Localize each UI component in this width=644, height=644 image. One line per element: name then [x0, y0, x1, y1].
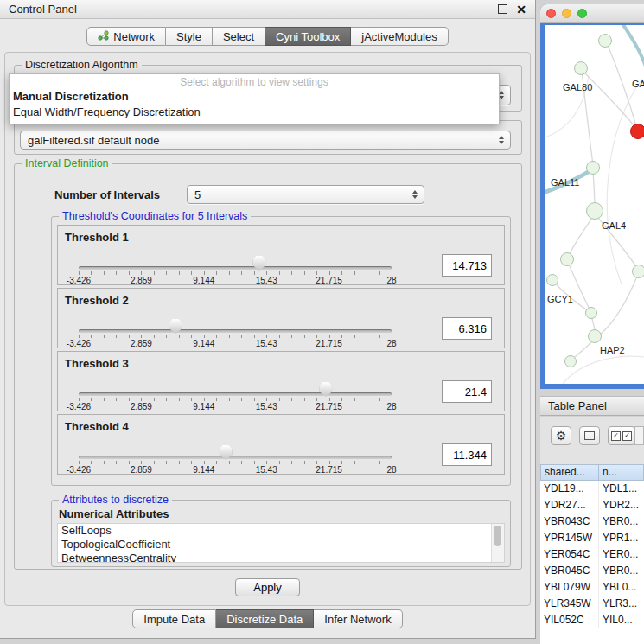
numerical-attributes-label: Numerical Attributes	[59, 507, 169, 520]
slider-track[interactable]	[79, 456, 392, 459]
table-data-combobox-value: galFiltered.sif default node	[28, 134, 159, 147]
threshold-4-value-field[interactable]	[442, 443, 492, 466]
columns-icon[interactable]	[579, 426, 600, 445]
threshold-2-slider[interactable]: -3.4262.8599.14415.4321.71528	[79, 318, 392, 348]
table-row[interactable]: YDL19...YDL1...	[540, 481, 644, 497]
slider-scale-label: -3.426	[67, 276, 91, 285]
network-node[interactable]	[560, 252, 574, 266]
tab-cyni-toolbox[interactable]: Cyni Toolbox	[265, 27, 351, 46]
control-panel-tabs: Network Style Select Cyni Toolbox jActiv…	[0, 27, 535, 46]
attributes-group: Attributes to discretize Numerical Attri…	[51, 500, 511, 567]
list-scrollbar[interactable]	[491, 524, 504, 562]
network-node[interactable]	[588, 329, 602, 343]
network-node[interactable]	[598, 34, 612, 48]
slider-scale-label: 21.715	[316, 339, 342, 348]
apply-button[interactable]: Apply	[235, 578, 300, 596]
tab-label: Impute Data	[143, 613, 205, 626]
numerical-attributes-list[interactable]: SelfLoopsTopologicalCoefficientBetweenne…	[57, 523, 505, 563]
slider-scale-label: 9.144	[193, 276, 214, 285]
threshold-1-value-field[interactable]	[442, 254, 492, 277]
threshold-label: Threshold 4	[65, 420, 129, 433]
table-row[interactable]: YPR145WYPR1...	[540, 530, 644, 546]
column-header-name[interactable]: n...	[599, 464, 644, 481]
scroll-corner	[634, 426, 644, 445]
close-button[interactable]	[546, 9, 556, 18]
close-icon[interactable]: ✕	[516, 3, 526, 16]
tab-label: Discretize Data	[226, 613, 303, 626]
slider-track[interactable]	[79, 392, 392, 396]
table-row[interactable]: YDR27...YDR2...	[540, 497, 644, 513]
network-icon	[98, 30, 109, 43]
slider-scale-label: 2.859	[131, 339, 152, 348]
zoom-button[interactable]	[577, 9, 587, 18]
table-row[interactable]: YIL052CYIL0...	[540, 612, 644, 628]
table-row[interactable]: YBR043CYBR0...	[540, 513, 644, 530]
tab-impute-data[interactable]: Impute Data	[132, 609, 216, 628]
network-node[interactable]	[630, 124, 644, 139]
network-node-label: HAP2	[600, 345, 625, 355]
slider-scale-label: 15.43	[256, 402, 277, 411]
group-title: Attributes to discretize	[59, 494, 172, 507]
table-row[interactable]: YBR045CYBR0...	[540, 563, 644, 579]
table-body[interactable]: YDL19...YDL1...YDR27...YDR2...YBR043CYBR…	[540, 481, 644, 644]
network-node[interactable]	[564, 355, 577, 367]
table-row[interactable]: YBL079WYBL0...	[540, 579, 644, 596]
threshold-4-slider[interactable]: -3.4262.8599.14415.4321.71528	[79, 444, 392, 474]
slider-track[interactable]	[79, 329, 392, 333]
attribute-item[interactable]: SelfLoops	[58, 524, 504, 538]
table-cell: YLR345W	[540, 596, 599, 612]
number-of-intervals-label: Number of Intervals	[54, 188, 160, 201]
network-node[interactable]	[574, 61, 588, 75]
group-title: Threshold's Coordinates for 5 Intervals	[59, 210, 251, 223]
network-node[interactable]	[585, 307, 597, 319]
float-window-icon[interactable]	[498, 4, 507, 14]
slider-track[interactable]	[79, 266, 392, 270]
network-node[interactable]	[586, 161, 600, 175]
attribute-item[interactable]: BetweennessCentrality	[58, 552, 504, 563]
minimize-button[interactable]	[562, 9, 571, 18]
select-columns-icon[interactable]: ✓ ✓	[608, 426, 635, 445]
slider-scale-label: 28	[386, 465, 396, 475]
threshold-3-value-field[interactable]	[442, 380, 492, 403]
checkbox-icon: ✓	[611, 431, 621, 441]
scrollbar-thumb[interactable]	[494, 526, 501, 546]
tab-discretize-data[interactable]: Discretize Data	[216, 609, 314, 628]
threshold-3-panel: Threshold 3 -3.4262.8599.14415.4321.7152…	[57, 351, 505, 411]
dropdown-option-manual-discretization[interactable]: Manual Discretization	[10, 89, 499, 105]
network-node-label: GAL11	[551, 177, 579, 188]
table-cell: YDR27...	[540, 497, 599, 513]
network-node[interactable]	[586, 202, 603, 220]
interval-definition-group: Interval Definition Number of Intervals …	[14, 163, 522, 570]
network-node[interactable]	[632, 265, 644, 278]
table-cell: YBL0...	[599, 579, 644, 596]
tab-label: Infer Network	[324, 613, 391, 626]
threshold-label: Threshold 2	[65, 294, 129, 307]
tab-infer-network[interactable]: Infer Network	[314, 609, 402, 628]
table-data-combobox[interactable]: galFiltered.sif default node	[20, 131, 511, 150]
threshold-3-slider[interactable]: -3.4262.8599.14415.4321.71528	[79, 381, 392, 411]
tab-network[interactable]: Network	[86, 27, 166, 46]
control-panel-titlebar: Control Panel ✕	[0, 0, 535, 19]
threshold-1-slider[interactable]: -3.4262.8599.14415.4321.71528	[79, 255, 392, 284]
table-row[interactable]: YLR345WYLR3...	[540, 596, 644, 612]
slider-scale-label: -3.426	[67, 402, 91, 411]
table-cell: YER0...	[599, 546, 644, 563]
threshold-label: Threshold 1	[65, 231, 129, 244]
gear-icon[interactable]: ⚙	[551, 426, 571, 445]
table-cell: YPR1...	[599, 530, 644, 546]
table-cell: YLR3...	[599, 596, 644, 612]
tab-select[interactable]: Select	[213, 27, 265, 46]
threshold-2-value-field[interactable]	[442, 317, 492, 340]
slider-scale-label: -3.426	[67, 339, 91, 348]
network-canvas[interactable]: GAL80GAGAL11GAL4GCY1HAP2	[545, 25, 644, 384]
network-node[interactable]	[546, 274, 558, 286]
table-cell: YBR043C	[540, 513, 599, 530]
dropdown-option-equal-width-frequency[interactable]: Equal Width/Frequency Discretization	[10, 105, 499, 120]
table-row[interactable]: YER054CYER0...	[540, 546, 644, 563]
attribute-item[interactable]: TopologicalCoefficient	[58, 538, 504, 552]
number-of-intervals-combobox[interactable]: 5	[187, 185, 424, 204]
control-panel-window: Control Panel ✕ Network Style	[0, 0, 536, 639]
tab-jactivemodules[interactable]: jActiveModules	[351, 27, 448, 46]
tab-style[interactable]: Style	[166, 27, 213, 46]
column-header-shared-name[interactable]: shared...	[540, 464, 599, 481]
